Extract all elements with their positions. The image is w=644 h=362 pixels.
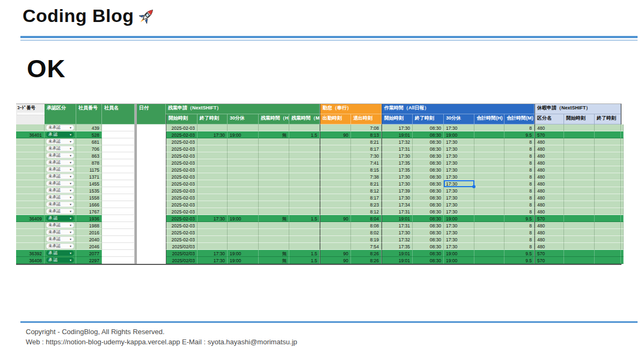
cell-work-break[interactable] — [474, 250, 504, 257]
cell-leave-start[interactable] — [595, 124, 621, 131]
cell-total-minutes[interactable]: 480 — [535, 201, 564, 208]
cell-work-start[interactable]: 08:30 — [413, 229, 444, 236]
cell-leave-end[interactable] — [621, 131, 624, 138]
cell-date[interactable]: 2025/02/03 — [166, 250, 197, 257]
cell-ot-minutes[interactable] — [320, 243, 351, 250]
cell-leave-start[interactable] — [595, 201, 621, 208]
cell-leave-end[interactable] — [621, 215, 624, 222]
cell-leave-end[interactable] — [621, 152, 624, 159]
cell-emp-name[interactable] — [102, 250, 135, 257]
approval-dropdown[interactable]: 未承認▼ — [46, 153, 74, 158]
cell-work-start[interactable]: 08:30 — [413, 215, 444, 222]
cell-ot-start[interactable] — [197, 201, 228, 208]
cell-work-break[interactable] — [474, 236, 504, 243]
cell-emp-no[interactable]: 1666 — [76, 201, 102, 208]
cell-ot-hours[interactable] — [289, 145, 320, 152]
cell-clock-in[interactable]: 8:26 — [351, 250, 382, 257]
cell-leave-type[interactable] — [564, 257, 595, 264]
cell-work-end[interactable]: 17:30 — [444, 243, 474, 250]
cell-work-break[interactable] — [474, 243, 504, 250]
cell-ot-hours[interactable] — [289, 159, 320, 166]
cell-leave-start[interactable] — [595, 208, 621, 215]
approval-dropdown[interactable]: 承 認▼ — [46, 257, 74, 263]
cell-work-break[interactable] — [474, 152, 504, 159]
cell-work-start[interactable]: 08:30 — [413, 243, 444, 250]
cell-ot-end[interactable] — [228, 180, 259, 187]
cell-work-start[interactable]: 08:30 — [413, 152, 444, 159]
cell-total-hours[interactable]: 8 — [504, 159, 535, 166]
cell-ot-end[interactable] — [228, 201, 259, 208]
approval-dropdown[interactable]: 未承認▼ — [46, 188, 74, 193]
cell-leave-start[interactable] — [595, 145, 621, 152]
cell-ot-minutes[interactable] — [320, 124, 351, 131]
cell-total-hours[interactable]: 8 — [504, 208, 535, 215]
cell-total-hours[interactable]: 8 — [504, 166, 535, 173]
cell-work-start[interactable]: 08:30 — [413, 257, 444, 264]
approval-dropdown[interactable]: 未承認▼ — [46, 195, 74, 200]
cell-date[interactable]: 2025-02-03 — [166, 187, 197, 194]
cell-work-start[interactable]: 08:30 — [413, 236, 444, 243]
cell-work-break[interactable] — [474, 208, 504, 215]
cell-leave-type[interactable] — [564, 166, 595, 173]
cell-total-hours[interactable]: 8 — [504, 194, 535, 201]
cell-work-start[interactable]: 08:30 — [413, 250, 444, 257]
cell-ot-end[interactable] — [228, 194, 259, 201]
cell-ot-hours[interactable] — [289, 243, 320, 250]
cell-ot-start[interactable] — [197, 180, 228, 187]
cell-ot-minutes[interactable] — [320, 138, 351, 145]
cell-total-minutes[interactable]: 480 — [535, 194, 564, 201]
cell-work-start[interactable]: 08:30 — [413, 138, 444, 145]
approval-dropdown[interactable]: 承 認▼ — [46, 132, 74, 137]
cell-ot-break[interactable]: 無 — [259, 215, 289, 222]
cell-ot-minutes[interactable]: 90 — [320, 131, 351, 138]
cell-total-minutes[interactable]: 570 — [535, 215, 564, 222]
cell-ot-start[interactable]: 17:30 — [197, 250, 228, 257]
cell-leave-start[interactable] — [595, 236, 621, 243]
approval-dropdown[interactable]: 未承認▼ — [46, 139, 74, 144]
cell-ot-hours[interactable] — [289, 201, 320, 208]
cell-work-start[interactable]: 08:30 — [413, 159, 444, 166]
cell-ot-end[interactable]: 19:00 — [228, 257, 259, 264]
cell-code[interactable] — [16, 236, 45, 243]
cell-total-hours[interactable]: 9.5 — [504, 131, 535, 138]
cell-emp-name[interactable] — [102, 180, 135, 187]
cell-ot-hours[interactable] — [289, 208, 320, 215]
cell-emp-no[interactable]: 1988 — [76, 222, 102, 229]
cell-work-break[interactable] — [474, 124, 504, 131]
cell-ot-end[interactable] — [228, 236, 259, 243]
cell-clock-out[interactable]: 17:30 — [382, 180, 413, 187]
cell-work-end[interactable]: 17:30 — [444, 159, 474, 166]
cell-clock-out[interactable]: 17:35 — [382, 243, 413, 250]
cell-code[interactable] — [16, 243, 45, 250]
cell-leave-type[interactable] — [564, 250, 595, 257]
cell-code[interactable] — [16, 173, 45, 180]
cell-date[interactable]: 2025-02-03 — [166, 159, 197, 166]
cell-date[interactable]: 2025-02-03 — [166, 229, 197, 236]
cell-work-end[interactable]: 19:00 — [444, 131, 474, 138]
cell-work-end[interactable]: 19:00 — [444, 257, 474, 264]
cell-ot-break[interactable] — [259, 159, 289, 166]
cell-ot-end[interactable]: 19:00 — [228, 215, 259, 222]
cell-clock-in[interactable]: 8:08 — [351, 222, 382, 229]
cell-total-minutes[interactable]: 480 — [535, 124, 564, 131]
cell-ot-minutes[interactable] — [320, 173, 351, 180]
cell-date[interactable]: 2025-02-03 — [166, 222, 197, 229]
cell-total-minutes[interactable]: 480 — [535, 236, 564, 243]
cell-work-end[interactable]: 17:30 — [444, 222, 474, 229]
cell-leave-start[interactable] — [595, 250, 621, 257]
cell-work-end[interactable]: 17:30 — [444, 236, 474, 243]
cell-ot-end[interactable] — [228, 187, 259, 194]
cell-date[interactable]: 2025-02-03 — [166, 173, 197, 180]
cell-ot-start[interactable]: 17:30 — [197, 257, 228, 264]
cell-work-end[interactable]: 17:30 — [444, 124, 474, 131]
cell-total-minutes[interactable]: 480 — [535, 222, 564, 229]
cell-leave-type[interactable] — [564, 124, 595, 131]
cell-leave-start[interactable] — [595, 173, 621, 180]
cell-emp-no[interactable]: 1767 — [76, 208, 102, 215]
cell-ot-minutes[interactable] — [320, 166, 351, 173]
cell-emp-name[interactable] — [102, 138, 135, 145]
cell-leave-start[interactable] — [595, 194, 621, 201]
cell-code[interactable] — [16, 208, 45, 215]
cell-ot-end[interactable] — [228, 222, 259, 229]
cell-code[interactable] — [16, 180, 45, 187]
